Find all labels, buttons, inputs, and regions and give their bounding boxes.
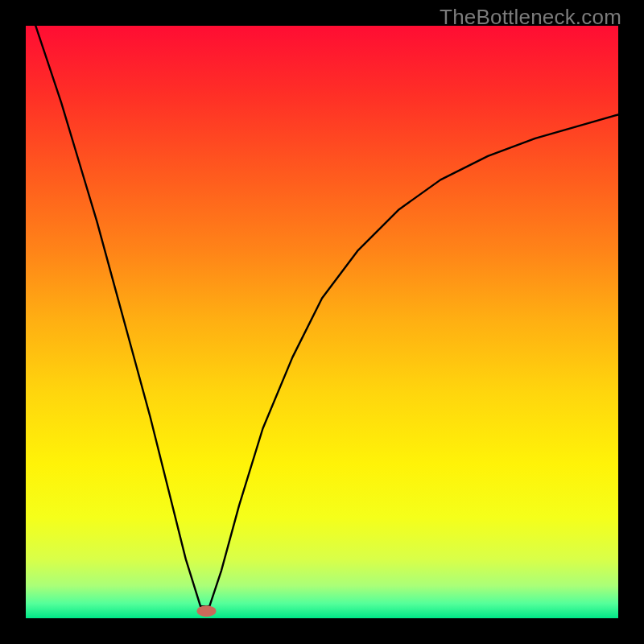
- chart-frame: [26, 26, 618, 618]
- gradient-background: [26, 26, 618, 618]
- bottleneck-chart: [26, 26, 618, 618]
- optimal-point-marker: [196, 605, 216, 617]
